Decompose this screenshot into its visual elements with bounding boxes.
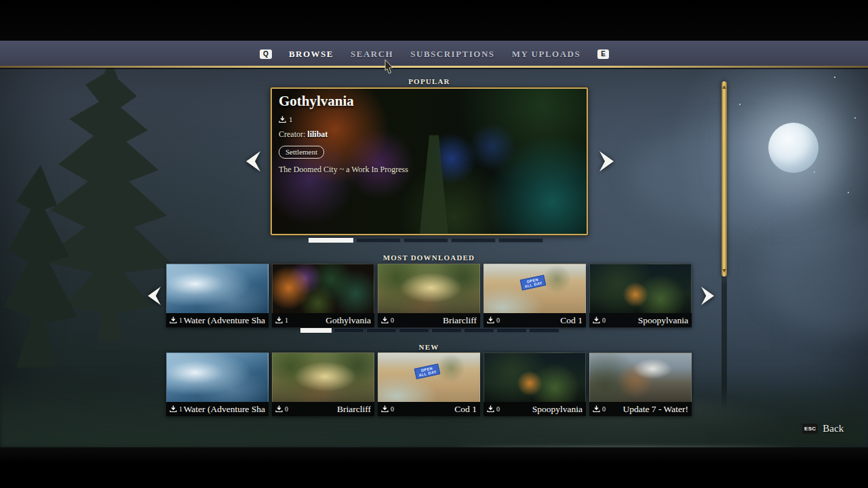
mod-tile[interactable]: OPENALL DAY 0 Cod 1 <box>378 352 480 416</box>
mod-tile[interactable]: 1 Water (Adventure Sha <box>166 264 269 327</box>
esc-key-icon: ESC <box>802 424 818 434</box>
mod-tile[interactable]: 0 Update 7 - Water! <box>589 352 692 416</box>
mod-browser-screen: Q BROWSE SEARCH SUBSCRIPTIONS MY UPLOADS… <box>0 0 868 488</box>
creator-name: lilibat <box>307 129 328 139</box>
mod-thumbnail-cod: OPENALL DAY <box>484 264 586 313</box>
open-all-day-sign: OPENALL DAY <box>519 274 546 290</box>
mod-title: Briarcliff <box>394 315 477 326</box>
mod-tile[interactable]: 0 Briarcliff <box>378 264 480 327</box>
pagination-segment[interactable] <box>451 238 496 243</box>
back-button[interactable]: ESC Back <box>802 423 844 434</box>
featured-mod-card[interactable]: Gothylvania 1 Creator: lilibat Settlemen… <box>271 87 588 235</box>
mod-thumbnail-gothylvania <box>272 264 374 313</box>
featured-description: The Doomed City ~ a Work In Progress <box>279 165 482 175</box>
mod-thumbnail-water <box>166 264 269 313</box>
pagination-segment[interactable] <box>399 328 429 333</box>
mod-thumbnail-water <box>166 352 269 402</box>
pagination-segment[interactable] <box>498 238 543 243</box>
pagination-segment[interactable] <box>529 328 559 333</box>
featured-prev-arrow-icon[interactable] <box>246 151 260 171</box>
mod-title: Water (Adventure Sha <box>182 404 265 415</box>
mod-thumbnail-briarcliff <box>272 352 374 402</box>
pagination-segment[interactable] <box>496 328 527 333</box>
mod-title: Water (Adventure Sha <box>182 315 265 326</box>
pagination-segment[interactable] <box>431 328 462 333</box>
featured-download-count: 1 <box>289 115 293 123</box>
scroll-up-notch-icon <box>722 85 726 89</box>
new-section-label: NEW <box>166 343 692 351</box>
popular-section-label: POPULAR <box>271 77 588 85</box>
pagination-segment[interactable] <box>356 238 401 243</box>
mod-tile[interactable]: 0 Spoopylvania <box>589 264 692 327</box>
mod-title: Spoopylvania <box>500 404 583 415</box>
download-icon <box>593 317 600 324</box>
download-icon <box>170 405 177 413</box>
mouse-cursor-icon <box>384 60 395 77</box>
mod-tile[interactable]: 1 Gothylvania <box>272 264 374 327</box>
mod-tile[interactable]: 0 Briarcliff <box>272 352 374 416</box>
mod-title: Briarcliff <box>288 404 371 415</box>
download-icon <box>381 405 389 413</box>
mod-thumbnail-briarcliff <box>378 264 480 313</box>
row1-next-arrow-icon[interactable] <box>701 287 714 305</box>
pagination-segment[interactable] <box>403 238 448 243</box>
download-icon <box>275 405 283 413</box>
download-icon <box>487 317 494 324</box>
open-all-day-sign: OPENALL DAY <box>414 363 440 379</box>
download-icon <box>487 405 494 413</box>
featured-pagination <box>309 238 543 243</box>
back-label: Back <box>823 423 844 434</box>
featured-next-arrow-icon[interactable] <box>599 151 614 171</box>
row1-prev-arrow-icon[interactable] <box>148 287 161 305</box>
pagination-segment[interactable] <box>334 328 364 333</box>
mod-title: Spoopylvania <box>606 315 688 326</box>
most-downloaded-pagination <box>300 328 559 333</box>
mod-thumbnail-spoopylvania <box>484 352 586 402</box>
download-icon <box>275 317 283 324</box>
creator-label: Creator: <box>279 129 305 139</box>
mod-title: Update 7 - Water! <box>606 404 688 415</box>
featured-mod-title: Gothylvania <box>279 93 482 110</box>
download-icon <box>381 317 389 324</box>
mod-tile[interactable]: 1 Water (Adventure Sha <box>166 352 269 416</box>
pagination-segment[interactable] <box>366 328 397 333</box>
mod-title: Cod 1 <box>500 315 583 326</box>
download-icon <box>279 116 286 123</box>
mod-thumbnail-cod: OPENALL DAY <box>378 352 480 402</box>
download-icon <box>170 317 177 324</box>
mod-thumbnail-update7 <box>589 352 692 402</box>
mod-tile[interactable]: 0 Spoopylvania <box>484 352 586 416</box>
mod-tile[interactable]: OPENALL DAY 0 Cod 1 <box>484 264 586 327</box>
download-icon <box>593 405 600 413</box>
most-downloaded-section-label: MOST DOWNLOADED <box>166 253 692 262</box>
pagination-segment[interactable] <box>309 238 353 243</box>
category-tag: Settlement <box>279 146 324 159</box>
pagination-segment[interactable] <box>464 328 494 333</box>
scrollbar-thumb[interactable] <box>722 81 727 277</box>
pagination-segment[interactable] <box>300 328 332 333</box>
mod-title: Cod 1 <box>394 404 477 415</box>
mod-thumbnail-spoopylvania <box>589 264 692 313</box>
scroll-down-notch-icon <box>722 269 726 272</box>
scrollbar-track[interactable] <box>722 81 727 410</box>
mod-title: Gothylvania <box>288 315 371 326</box>
